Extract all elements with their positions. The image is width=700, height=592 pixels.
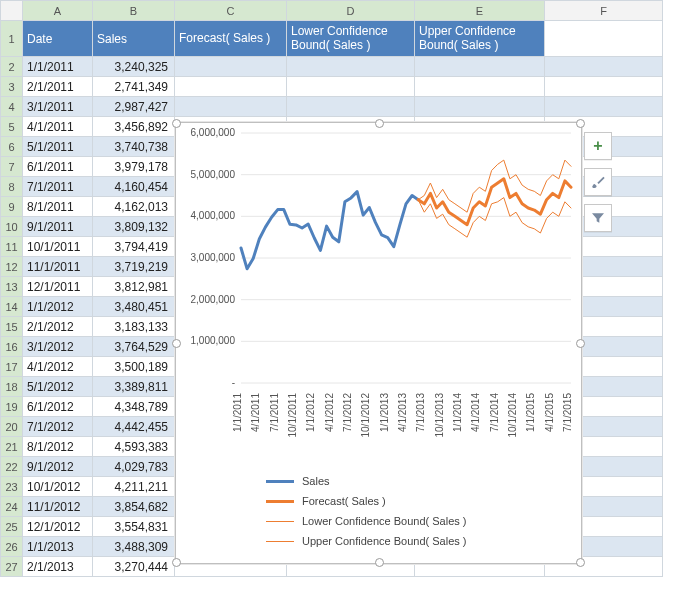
row-header[interactable]: 20 (1, 417, 23, 437)
cell-date[interactable]: 5/1/2011 (23, 137, 93, 157)
cell-date[interactable]: 2/1/2011 (23, 77, 93, 97)
cell-sales[interactable]: 4,348,789 (93, 397, 175, 417)
cell-sales[interactable]: 3,740,738 (93, 137, 175, 157)
row-header[interactable]: 4 (1, 97, 23, 117)
row-header[interactable]: 24 (1, 497, 23, 517)
cell-sales[interactable]: 4,211,211 (93, 477, 175, 497)
cell-sales[interactable]: 3,764,529 (93, 337, 175, 357)
row-header[interactable]: 27 (1, 557, 23, 577)
col-A[interactable]: A (23, 1, 93, 21)
row-header[interactable]: 21 (1, 437, 23, 457)
table-row[interactable]: 21/1/20113,240,325 (1, 57, 663, 77)
cell-date[interactable]: 4/1/2012 (23, 357, 93, 377)
cell-date[interactable]: 6/1/2011 (23, 157, 93, 177)
row-header[interactable]: 17 (1, 357, 23, 377)
cell-sales[interactable]: 4,029,783 (93, 457, 175, 477)
header-forecast[interactable]: Forecast( Sales ) (175, 21, 287, 57)
cell[interactable] (287, 97, 415, 117)
row-header[interactable]: 3 (1, 77, 23, 97)
cell[interactable] (175, 77, 287, 97)
cell-date[interactable]: 12/1/2012 (23, 517, 93, 537)
cell[interactable] (415, 77, 545, 97)
cell-date[interactable]: 7/1/2012 (23, 417, 93, 437)
cell[interactable] (287, 77, 415, 97)
row-header[interactable]: 1 (1, 21, 23, 57)
chart-add-element-button[interactable]: + (584, 132, 612, 160)
cell-sales[interactable]: 3,719,219 (93, 257, 175, 277)
col-F[interactable]: F (545, 1, 663, 21)
cell[interactable] (415, 97, 545, 117)
column-headers[interactable]: A B C D E F (1, 1, 663, 21)
cell-date[interactable]: 7/1/2011 (23, 177, 93, 197)
cell-sales[interactable]: 3,854,682 (93, 497, 175, 517)
cell-date[interactable]: 1/1/2011 (23, 57, 93, 77)
cell-date[interactable]: 1/1/2012 (23, 297, 93, 317)
row-header[interactable]: 16 (1, 337, 23, 357)
header-ucb[interactable]: Upper Confidence Bound( Sales ) (415, 21, 545, 57)
cell[interactable] (415, 57, 545, 77)
col-B[interactable]: B (93, 1, 175, 21)
cell-date[interactable]: 11/1/2011 (23, 257, 93, 277)
cell[interactable] (287, 57, 415, 77)
cell[interactable] (545, 57, 663, 77)
row-header[interactable]: 15 (1, 317, 23, 337)
cell-sales[interactable]: 4,160,454 (93, 177, 175, 197)
cell[interactable] (545, 97, 663, 117)
table-row[interactable]: 43/1/20112,987,427 (1, 97, 663, 117)
cell-sales[interactable]: 3,794,419 (93, 237, 175, 257)
cell-sales[interactable]: 3,389,811 (93, 377, 175, 397)
cell-sales[interactable]: 3,979,178 (93, 157, 175, 177)
row-header[interactable]: 26 (1, 537, 23, 557)
row-header[interactable]: 7 (1, 157, 23, 177)
cell-date[interactable]: 9/1/2011 (23, 217, 93, 237)
cell-date[interactable]: 1/1/2013 (23, 537, 93, 557)
cell-date[interactable]: 5/1/2012 (23, 377, 93, 397)
row-header[interactable]: 2 (1, 57, 23, 77)
row-header[interactable]: 9 (1, 197, 23, 217)
cell[interactable] (545, 21, 663, 57)
row-header[interactable]: 6 (1, 137, 23, 157)
table-row[interactable]: 32/1/20112,741,349 (1, 77, 663, 97)
cell-sales[interactable]: 4,593,383 (93, 437, 175, 457)
cell-sales[interactable]: 2,741,349 (93, 77, 175, 97)
cell-sales[interactable]: 2,987,427 (93, 97, 175, 117)
cell-date[interactable]: 3/1/2011 (23, 97, 93, 117)
cell-sales[interactable]: 3,456,892 (93, 117, 175, 137)
cell-sales[interactable]: 3,270,444 (93, 557, 175, 577)
col-D[interactable]: D (287, 1, 415, 21)
row-header[interactable]: 5 (1, 117, 23, 137)
cell-sales[interactable]: 3,488,309 (93, 537, 175, 557)
cell-date[interactable]: 12/1/2011 (23, 277, 93, 297)
cell[interactable] (545, 77, 663, 97)
row-header[interactable]: 12 (1, 257, 23, 277)
forecast-chart[interactable]: -1,000,0002,000,0003,000,0004,000,0005,0… (175, 122, 582, 564)
cell-date[interactable]: 9/1/2012 (23, 457, 93, 477)
cell-sales[interactable]: 3,480,451 (93, 297, 175, 317)
row-header[interactable]: 13 (1, 277, 23, 297)
cell-date[interactable]: 10/1/2011 (23, 237, 93, 257)
cell-date[interactable]: 8/1/2011 (23, 197, 93, 217)
row-header[interactable]: 11 (1, 237, 23, 257)
cell-sales[interactable]: 3,240,325 (93, 57, 175, 77)
cell[interactable] (175, 97, 287, 117)
header-sales[interactable]: Sales (93, 21, 175, 57)
row-header[interactable]: 14 (1, 297, 23, 317)
cell-date[interactable]: 11/1/2012 (23, 497, 93, 517)
cell-date[interactable]: 2/1/2012 (23, 317, 93, 337)
row-header[interactable]: 10 (1, 217, 23, 237)
cell-sales[interactable]: 3,809,132 (93, 217, 175, 237)
cell-date[interactable]: 10/1/2012 (23, 477, 93, 497)
col-C[interactable]: C (175, 1, 287, 21)
row-header[interactable]: 18 (1, 377, 23, 397)
row-header[interactable]: 19 (1, 397, 23, 417)
chart-filter-button[interactable] (584, 204, 612, 232)
cell-date[interactable]: 2/1/2013 (23, 557, 93, 577)
cell-sales[interactable]: 4,442,455 (93, 417, 175, 437)
header-lcb[interactable]: Lower Confidence Bound( Sales ) (287, 21, 415, 57)
select-all-corner[interactable] (1, 1, 23, 21)
chart-styles-button[interactable] (584, 168, 612, 196)
cell-date[interactable]: 8/1/2012 (23, 437, 93, 457)
cell-sales[interactable]: 3,500,189 (93, 357, 175, 377)
cell-date[interactable]: 4/1/2011 (23, 117, 93, 137)
row-header[interactable]: 22 (1, 457, 23, 477)
